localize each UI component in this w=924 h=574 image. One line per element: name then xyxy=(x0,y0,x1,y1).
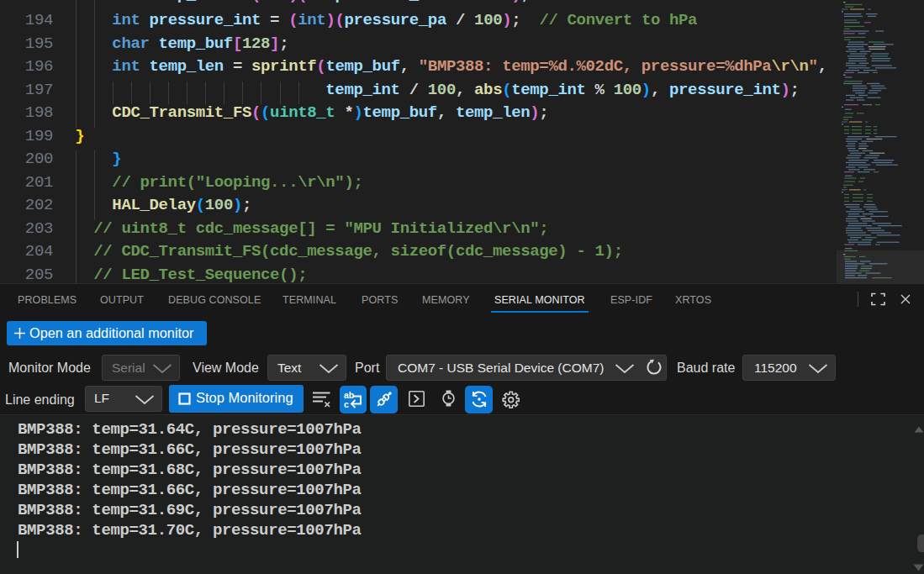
svg-text:c: c xyxy=(344,399,349,409)
